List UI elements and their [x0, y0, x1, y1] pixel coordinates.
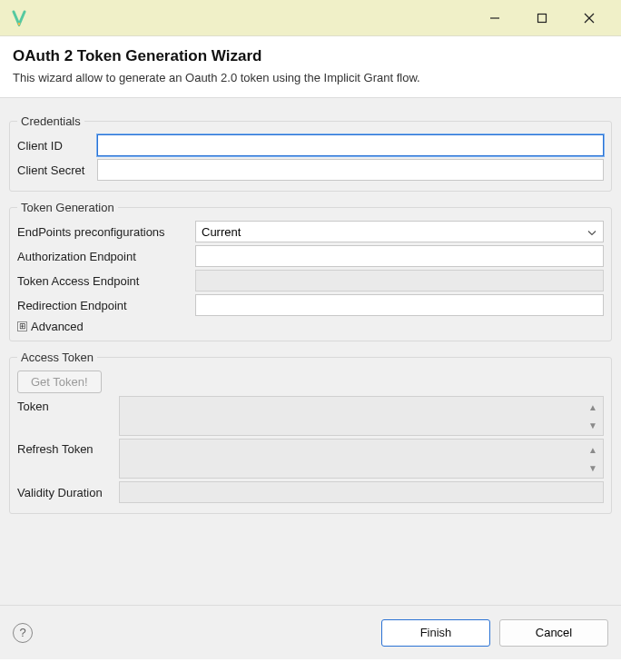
- access-token-group: Access Token Get Token! Token ▲ ▼ Refres…: [9, 351, 612, 514]
- help-button[interactable]: ?: [13, 623, 33, 643]
- client-secret-input[interactable]: [97, 159, 604, 181]
- advanced-toggle[interactable]: ⊞ Advanced: [17, 320, 604, 333]
- preconfig-label: EndPoints preconfigurations: [17, 225, 190, 239]
- token-generation-group: Token Generation EndPoints preconfigurat…: [9, 201, 612, 341]
- token-output: ▲ ▼: [119, 396, 604, 436]
- minimize-button[interactable]: [479, 5, 510, 31]
- cancel-button[interactable]: Cancel: [499, 619, 608, 647]
- client-id-input[interactable]: [97, 134, 604, 156]
- token-access-label: Token Access Endpoint: [17, 274, 190, 288]
- credentials-group: Credentials Client ID Client Secret: [9, 114, 612, 192]
- close-button[interactable]: [574, 5, 605, 31]
- finish-button[interactable]: Finish: [381, 619, 490, 647]
- refresh-token-output: ▲ ▼: [119, 439, 604, 479]
- wizard-header: OAuth 2 Token Generation Wizard This wiz…: [0, 36, 621, 98]
- page-subtitle: This wizard allow to generate an Oauth 2…: [13, 71, 606, 84]
- validity-label: Validity Duration: [17, 486, 113, 499]
- credentials-legend: Credentials: [17, 114, 84, 128]
- wizard-footer: ? Finish Cancel: [0, 605, 621, 659]
- scroll-down-icon[interactable]: ▼: [585, 417, 601, 433]
- access-token-legend: Access Token: [17, 351, 97, 364]
- titlebar: [0, 0, 621, 36]
- auth-endpoint-label: Authorization Endpoint: [17, 250, 190, 263]
- scroll-up-icon[interactable]: ▲: [585, 441, 601, 458]
- client-id-label: Client ID: [17, 139, 92, 153]
- redirect-endpoint-input[interactable]: [195, 294, 604, 316]
- auth-endpoint-input[interactable]: [195, 245, 604, 267]
- token-label: Token: [17, 396, 113, 413]
- get-token-button: Get Token!: [17, 371, 102, 393]
- client-secret-label: Client Secret: [17, 163, 92, 177]
- app-icon: [11, 10, 27, 26]
- refresh-token-label: Refresh Token: [17, 439, 113, 456]
- redirect-endpoint-label: Redirection Endpoint: [17, 299, 190, 312]
- advanced-label: Advanced: [31, 320, 84, 333]
- token-access-input: [195, 270, 604, 292]
- scroll-up-icon[interactable]: ▲: [585, 399, 601, 415]
- maximize-button[interactable]: [527, 5, 557, 31]
- expand-icon: ⊞: [17, 321, 27, 331]
- window-controls: [479, 5, 614, 31]
- preconfig-select[interactable]: Current: [195, 221, 604, 242]
- page-title: OAuth 2 Token Generation Wizard: [13, 47, 606, 65]
- token-generation-legend: Token Generation: [17, 201, 118, 214]
- validity-output: [119, 481, 604, 503]
- scroll-down-icon[interactable]: ▼: [585, 460, 601, 476]
- svg-rect-1: [538, 14, 547, 22]
- wizard-body: Credentials Client ID Client Secret Toke…: [0, 98, 621, 605]
